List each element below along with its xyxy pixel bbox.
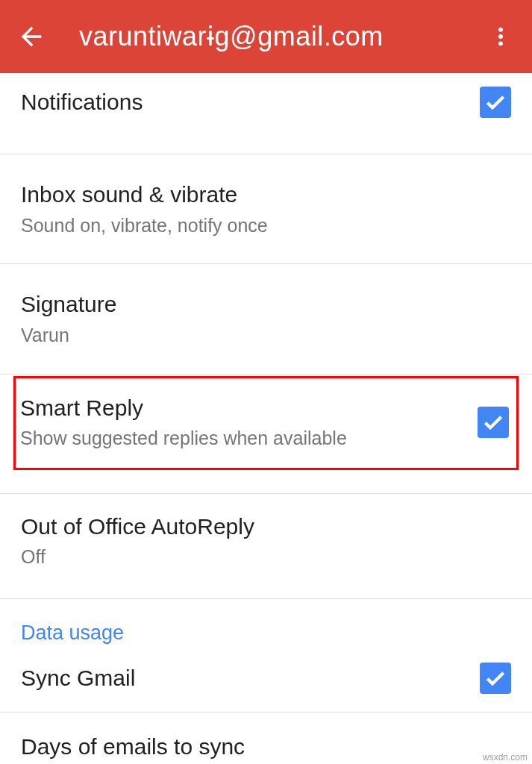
check-icon (484, 666, 507, 690)
overflow-menu-button[interactable] (483, 19, 519, 54)
check-icon (484, 90, 507, 114)
setting-smart-reply[interactable]: Smart Reply Show suggested replies when … (16, 378, 516, 468)
setting-subtitle: Off (21, 545, 511, 570)
svg-point-1 (498, 34, 503, 39)
setting-title: Sync Gmail (21, 663, 465, 694)
setting-sync-gmail[interactable]: Sync Gmail (0, 654, 532, 713)
setting-signature[interactable]: Signature Varun (0, 264, 532, 374)
setting-inbox-sound-vibrate[interactable]: Inbox sound & vibrate Sound on, vibrate,… (0, 154, 532, 264)
setting-subtitle: Sound on, vibrate, notify once (21, 213, 511, 239)
check-icon (481, 410, 505, 434)
sync-gmail-checkbox[interactable] (480, 663, 511, 694)
smart-reply-checkbox[interactable] (478, 407, 509, 438)
appbar-title: varuntiwarɨg@gmail.com (49, 21, 483, 52)
svg-point-2 (498, 41, 503, 46)
setting-title: Smart Reply (20, 393, 463, 424)
setting-title: Signature (21, 289, 511, 320)
smart-reply-highlight: Smart Reply Show suggested replies when … (13, 376, 519, 470)
setting-title: Out of Office AutoReply (21, 512, 511, 542)
notifications-checkbox[interactable] (480, 87, 511, 118)
arrow-back-icon (16, 22, 46, 51)
setting-title: Days of emails to sync (21, 732, 511, 763)
setting-subtitle: Varun (21, 323, 511, 348)
setting-subtitle: Show suggested replies when available (20, 426, 463, 451)
watermark: wsxdn.com (483, 752, 528, 763)
appbar: varuntiwarɨg@gmail.com (0, 0, 532, 73)
divider (0, 472, 532, 494)
setting-notifications[interactable]: Notifications (0, 73, 532, 154)
more-vert-icon (489, 25, 513, 48)
setting-out-of-office[interactable]: Out of Office AutoReply Off (0, 494, 532, 599)
settings-list: Notifications Inbox sound & vibrate Soun… (0, 73, 532, 764)
setting-title: Notifications (21, 87, 465, 118)
svg-point-0 (498, 28, 503, 32)
section-header-data-usage: Data usage (0, 599, 532, 654)
setting-days-to-sync[interactable]: Days of emails to sync (0, 713, 532, 764)
setting-title: Inbox sound & vibrate (21, 180, 511, 210)
back-button[interactable] (13, 19, 49, 54)
